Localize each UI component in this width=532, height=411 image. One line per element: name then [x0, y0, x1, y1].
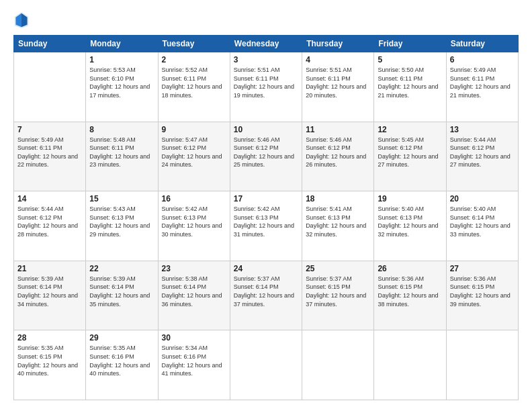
day-info: Sunrise: 5:42 AMSunset: 6:13 PMDaylight:…: [234, 205, 298, 238]
day-info: Sunrise: 5:41 AMSunset: 6:13 PMDaylight:…: [306, 205, 370, 238]
calendar-cell: 13Sunrise: 5:44 AMSunset: 6:12 PMDayligh…: [446, 122, 518, 191]
calendar-cell: 3Sunrise: 5:51 AMSunset: 6:11 PMDaylight…: [230, 52, 302, 122]
calendar-cell: 21Sunrise: 5:39 AMSunset: 6:14 PMDayligh…: [14, 261, 86, 330]
day-info: Sunrise: 5:44 AMSunset: 6:12 PMDaylight:…: [17, 205, 82, 238]
calendar-cell: 9Sunrise: 5:47 AMSunset: 6:12 PMDaylight…: [158, 122, 230, 191]
day-number: 1: [89, 55, 154, 64]
day-number: 25: [306, 264, 370, 273]
day-number: 8: [89, 125, 154, 134]
day-number: 13: [450, 125, 515, 134]
day-number: 2: [162, 55, 226, 64]
weekday-header-monday: Monday: [86, 36, 158, 52]
week-row-2: 7Sunrise: 5:49 AMSunset: 6:11 PMDaylight…: [14, 122, 519, 191]
calendar-cell: 25Sunrise: 5:37 AMSunset: 6:15 PMDayligh…: [302, 261, 374, 330]
day-number: 26: [378, 264, 442, 273]
logo: [13, 11, 31, 30]
day-number: 23: [162, 264, 226, 273]
day-info: Sunrise: 5:49 AMSunset: 6:11 PMDaylight:…: [17, 136, 82, 169]
calendar-cell: 14Sunrise: 5:44 AMSunset: 6:12 PMDayligh…: [14, 191, 86, 261]
day-number: 3: [234, 55, 298, 64]
day-info: Sunrise: 5:49 AMSunset: 6:11 PMDaylight:…: [450, 66, 515, 99]
calendar-cell: 7Sunrise: 5:49 AMSunset: 6:11 PMDaylight…: [14, 122, 86, 191]
day-info: Sunrise: 5:40 AMSunset: 6:14 PMDaylight:…: [450, 205, 515, 238]
svg-marker-1: [21, 13, 28, 28]
day-info: Sunrise: 5:46 AMSunset: 6:12 PMDaylight:…: [306, 136, 370, 169]
calendar-cell: 11Sunrise: 5:46 AMSunset: 6:12 PMDayligh…: [302, 122, 374, 191]
calendar-cell: 10Sunrise: 5:46 AMSunset: 6:12 PMDayligh…: [230, 122, 302, 191]
day-number: 4: [306, 55, 370, 64]
calendar-cell: [302, 330, 374, 400]
day-number: 24: [234, 264, 298, 273]
day-info: Sunrise: 5:45 AMSunset: 6:12 PMDaylight:…: [378, 136, 442, 169]
calendar-cell: 29Sunrise: 5:35 AMSunset: 6:16 PMDayligh…: [86, 330, 158, 400]
calendar-cell: 30Sunrise: 5:34 AMSunset: 6:16 PMDayligh…: [158, 330, 230, 400]
day-info: Sunrise: 5:37 AMSunset: 6:14 PMDaylight:…: [234, 275, 298, 308]
day-number: 30: [162, 333, 226, 342]
day-info: Sunrise: 5:37 AMSunset: 6:15 PMDaylight:…: [306, 275, 370, 308]
day-info: Sunrise: 5:36 AMSunset: 6:15 PMDaylight:…: [378, 275, 442, 308]
calendar-cell: 20Sunrise: 5:40 AMSunset: 6:14 PMDayligh…: [446, 191, 518, 261]
calendar-cell: 12Sunrise: 5:45 AMSunset: 6:12 PMDayligh…: [374, 122, 446, 191]
calendar-cell: 15Sunrise: 5:43 AMSunset: 6:13 PMDayligh…: [86, 191, 158, 261]
day-number: 12: [378, 125, 442, 134]
day-number: 21: [17, 264, 82, 273]
day-number: 5: [378, 55, 442, 64]
calendar-cell: 17Sunrise: 5:42 AMSunset: 6:13 PMDayligh…: [230, 191, 302, 261]
calendar-cell: 24Sunrise: 5:37 AMSunset: 6:14 PMDayligh…: [230, 261, 302, 330]
day-number: 9: [162, 125, 226, 134]
calendar-cell: 23Sunrise: 5:38 AMSunset: 6:14 PMDayligh…: [158, 261, 230, 330]
calendar-cell: 5Sunrise: 5:50 AMSunset: 6:11 PMDaylight…: [374, 52, 446, 122]
day-info: Sunrise: 5:36 AMSunset: 6:15 PMDaylight:…: [450, 275, 515, 308]
weekday-header-row: SundayMondayTuesdayWednesdayThursdayFrid…: [14, 36, 519, 52]
day-info: Sunrise: 5:48 AMSunset: 6:11 PMDaylight:…: [89, 136, 154, 169]
calendar-cell: 26Sunrise: 5:36 AMSunset: 6:15 PMDayligh…: [374, 261, 446, 330]
svg-marker-2: [15, 13, 21, 28]
day-info: Sunrise: 5:40 AMSunset: 6:13 PMDaylight:…: [378, 205, 442, 238]
header: [13, 11, 519, 30]
calendar-cell: 8Sunrise: 5:48 AMSunset: 6:11 PMDaylight…: [86, 122, 158, 191]
calendar-cell: 19Sunrise: 5:40 AMSunset: 6:13 PMDayligh…: [374, 191, 446, 261]
week-row-3: 14Sunrise: 5:44 AMSunset: 6:12 PMDayligh…: [14, 191, 519, 261]
day-number: 17: [234, 194, 298, 203]
calendar-cell: 28Sunrise: 5:35 AMSunset: 6:15 PMDayligh…: [14, 330, 86, 400]
calendar-cell: 2Sunrise: 5:52 AMSunset: 6:11 PMDaylight…: [158, 52, 230, 122]
day-info: Sunrise: 5:51 AMSunset: 6:11 PMDaylight:…: [234, 66, 298, 99]
week-row-5: 28Sunrise: 5:35 AMSunset: 6:15 PMDayligh…: [14, 330, 519, 400]
calendar-cell: 16Sunrise: 5:42 AMSunset: 6:13 PMDayligh…: [158, 191, 230, 261]
day-info: Sunrise: 5:35 AMSunset: 6:15 PMDaylight:…: [17, 344, 82, 377]
day-info: Sunrise: 5:44 AMSunset: 6:12 PMDaylight:…: [450, 136, 515, 169]
calendar-cell: 6Sunrise: 5:49 AMSunset: 6:11 PMDaylight…: [446, 52, 518, 122]
day-number: 19: [378, 194, 442, 203]
day-info: Sunrise: 5:51 AMSunset: 6:11 PMDaylight:…: [306, 66, 370, 99]
day-number: 20: [450, 194, 515, 203]
calendar-table: SundayMondayTuesdayWednesdayThursdayFrid…: [13, 35, 519, 400]
day-number: 18: [306, 194, 370, 203]
day-number: 6: [450, 55, 515, 64]
day-info: Sunrise: 5:38 AMSunset: 6:14 PMDaylight:…: [162, 275, 226, 308]
page: SundayMondayTuesdayWednesdayThursdayFrid…: [0, 0, 532, 411]
day-info: Sunrise: 5:39 AMSunset: 6:14 PMDaylight:…: [17, 275, 82, 308]
day-number: 14: [17, 194, 82, 203]
day-number: 27: [450, 264, 515, 273]
weekday-header-tuesday: Tuesday: [158, 36, 230, 52]
calendar-cell: [14, 52, 86, 122]
day-number: 16: [162, 194, 226, 203]
day-info: Sunrise: 5:47 AMSunset: 6:12 PMDaylight:…: [162, 136, 226, 169]
day-number: 29: [89, 333, 154, 342]
week-row-4: 21Sunrise: 5:39 AMSunset: 6:14 PMDayligh…: [14, 261, 519, 330]
weekday-header-saturday: Saturday: [446, 36, 518, 52]
week-row-1: 1Sunrise: 5:53 AMSunset: 6:10 PMDaylight…: [14, 52, 519, 122]
day-number: 10: [234, 125, 298, 134]
calendar-cell: [446, 330, 518, 400]
day-info: Sunrise: 5:52 AMSunset: 6:11 PMDaylight:…: [162, 66, 226, 99]
day-number: 15: [89, 194, 154, 203]
day-info: Sunrise: 5:43 AMSunset: 6:13 PMDaylight:…: [89, 205, 154, 238]
day-info: Sunrise: 5:53 AMSunset: 6:10 PMDaylight:…: [89, 66, 154, 99]
day-info: Sunrise: 5:50 AMSunset: 6:11 PMDaylight:…: [378, 66, 442, 99]
day-number: 7: [17, 125, 82, 134]
calendar-cell: 22Sunrise: 5:39 AMSunset: 6:14 PMDayligh…: [86, 261, 158, 330]
weekday-header-thursday: Thursday: [302, 36, 374, 52]
weekday-header-sunday: Sunday: [14, 36, 86, 52]
day-info: Sunrise: 5:42 AMSunset: 6:13 PMDaylight:…: [162, 205, 226, 238]
weekday-header-friday: Friday: [374, 36, 446, 52]
